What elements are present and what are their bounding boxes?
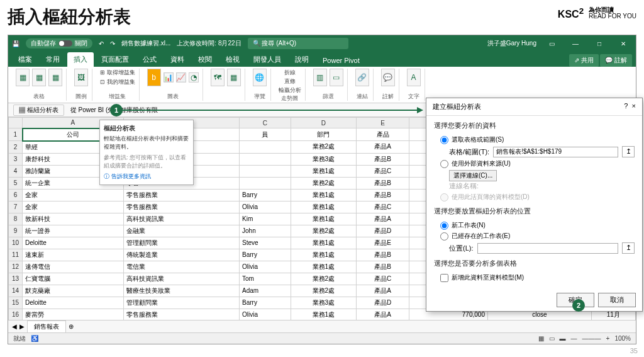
tab-layout[interactable]: 頁面配置 bbox=[95, 52, 135, 67]
row-header[interactable]: 15 bbox=[9, 297, 23, 309]
opt-new-sheet[interactable]: 新工作表(N) bbox=[440, 221, 635, 230]
pictures-icon[interactable]: 🖼 bbox=[74, 69, 88, 86]
cell[interactable] bbox=[240, 153, 291, 165]
sheet-nav-icon[interactable]: ◀ bbox=[12, 323, 17, 330]
tell-me-more-link[interactable]: ⓘ 告訴我更多資訊 bbox=[104, 173, 189, 181]
cell[interactable]: 默克藥廠 bbox=[23, 285, 124, 297]
cell[interactable]: 高科技資訊業 bbox=[123, 213, 239, 225]
zoom-in-icon[interactable]: + bbox=[606, 335, 610, 342]
cell[interactable]: 業務2處 bbox=[291, 273, 356, 285]
tab-developer[interactable]: 開發人員 bbox=[247, 52, 287, 67]
cell[interactable]: 高科技資訊業 bbox=[123, 273, 239, 285]
row-header[interactable]: 13 bbox=[9, 273, 23, 285]
close-icon[interactable]: ✕ bbox=[614, 40, 632, 47]
row-header[interactable]: 10 bbox=[9, 237, 23, 249]
get-addins[interactable]: ⊞ 取得增益集 bbox=[100, 69, 135, 77]
row-header[interactable]: 16 bbox=[9, 309, 23, 320]
ribbon-mode-icon[interactable]: ▭ bbox=[543, 40, 560, 47]
row-header[interactable]: 2 bbox=[9, 141, 23, 154]
comments-button[interactable]: 💬 註解 bbox=[600, 54, 632, 67]
cell[interactable]: 業務2處 bbox=[291, 177, 356, 189]
cell[interactable]: 產品D bbox=[356, 297, 409, 309]
table-icon[interactable]: ▦ bbox=[48, 69, 62, 86]
cell[interactable]: 敦新科技 bbox=[23, 213, 124, 225]
cell[interactable]: 業務1處 bbox=[291, 261, 356, 273]
cell[interactable]: 產品B bbox=[356, 177, 409, 189]
opt-external[interactable]: 使用外部資料來源(U) bbox=[440, 159, 635, 168]
dialog-close-icon[interactable]: × bbox=[632, 102, 636, 110]
zoom-level[interactable]: 100% bbox=[614, 335, 631, 342]
cell[interactable]: Deloitte bbox=[23, 237, 124, 249]
cell[interactable]: Olivia bbox=[240, 201, 291, 213]
cell[interactable]: 全家 bbox=[23, 201, 124, 213]
cell[interactable]: 產品C bbox=[356, 201, 409, 213]
tab-view[interactable]: 檢視 bbox=[219, 52, 246, 67]
recommended-pivot-icon[interactable]: ▦ bbox=[32, 69, 46, 86]
chart-icon[interactable]: 📈 bbox=[176, 72, 186, 82]
row-header[interactable]: 6 bbox=[9, 189, 23, 201]
cell[interactable]: 業務3處 bbox=[291, 297, 356, 309]
cell[interactable]: Barry bbox=[240, 189, 291, 201]
row-header[interactable]: 11 bbox=[9, 249, 23, 261]
tab-powerpivot[interactable]: Power Pivot bbox=[316, 54, 366, 67]
cell[interactable]: 產品E bbox=[356, 237, 409, 249]
bing-icon[interactable]: b bbox=[147, 69, 161, 86]
link-icon[interactable]: 🔗 bbox=[355, 69, 369, 86]
view-normal-icon[interactable]: ▦ bbox=[538, 335, 544, 342]
cell[interactable]: 產品B bbox=[356, 153, 409, 165]
cell[interactable]: Olivia bbox=[240, 309, 291, 320]
accessibility-icon[interactable]: ♿ bbox=[31, 335, 38, 342]
map-icon[interactable]: 🗺 bbox=[211, 69, 225, 86]
cell[interactable]: 管理顧問業 bbox=[123, 297, 239, 309]
cell[interactable]: 員 bbox=[240, 128, 291, 141]
cell[interactable]: 產品C bbox=[356, 273, 409, 285]
row-header[interactable]: 7 bbox=[9, 201, 23, 213]
cell[interactable]: 金融業 bbox=[123, 225, 239, 237]
text-icon[interactable]: A bbox=[407, 69, 421, 86]
chart-icon[interactable]: ◔ bbox=[189, 72, 199, 82]
opt-select-range[interactable]: 選取表格或範圍(S) bbox=[440, 135, 635, 144]
cell[interactable]: 麥當勞 bbox=[23, 309, 124, 320]
undo-icon[interactable]: ↶ bbox=[99, 40, 104, 47]
cell[interactable] bbox=[240, 177, 291, 189]
cell[interactable]: 產品B bbox=[356, 189, 409, 201]
col-header[interactable] bbox=[9, 118, 23, 128]
view-break-icon[interactable]: ▬ bbox=[560, 335, 566, 342]
sparkline-column[interactable]: 直條 bbox=[284, 77, 296, 86]
sheet-nav-icon[interactable]: ▶ bbox=[19, 323, 25, 330]
cell[interactable]: 傳統製造業 bbox=[123, 249, 239, 261]
cell[interactable]: 業務1處 bbox=[291, 309, 356, 320]
cell[interactable]: Deloitte bbox=[23, 297, 124, 309]
cell[interactable]: 業務1處 bbox=[291, 165, 356, 177]
row-header[interactable]: 4 bbox=[9, 165, 23, 177]
cell[interactable] bbox=[240, 141, 291, 154]
pivottable-button[interactable]: ▦ 樞紐分析表 bbox=[13, 105, 64, 116]
cell[interactable]: 業務1處 bbox=[291, 249, 356, 261]
cell[interactable]: Barry bbox=[240, 297, 291, 309]
row-header[interactable]: 8 bbox=[9, 213, 23, 225]
user-name[interactable]: 洪子盛Gary Hung bbox=[487, 39, 536, 48]
cell[interactable]: 零售服務業 bbox=[123, 201, 239, 213]
tab-file[interactable]: 檔案 bbox=[12, 52, 38, 67]
row-header[interactable]: 14 bbox=[9, 285, 23, 297]
cell[interactable]: 產品A bbox=[356, 213, 409, 225]
cell[interactable]: 仁寶電腦 bbox=[23, 273, 124, 285]
3dmap-icon[interactable]: 🌐 bbox=[253, 69, 267, 86]
range-input[interactable] bbox=[493, 147, 618, 157]
cell[interactable]: 醫療生技美妝業 bbox=[123, 285, 239, 297]
tab-home[interactable]: 常用 bbox=[40, 52, 66, 67]
tab-formulas[interactable]: 公式 bbox=[136, 52, 163, 67]
cell[interactable]: 零售服務業 bbox=[123, 189, 239, 201]
cell[interactable]: 電信業 bbox=[123, 261, 239, 273]
cell[interactable]: 產品B bbox=[356, 261, 409, 273]
autosave-toggle[interactable]: 自動儲存關閉 bbox=[26, 38, 92, 48]
cell[interactable]: 產品D bbox=[356, 225, 409, 237]
tab-insert[interactable]: 插入 bbox=[67, 52, 94, 67]
cell[interactable]: Tom bbox=[240, 273, 291, 285]
location-input[interactable] bbox=[477, 243, 619, 254]
collapse-icon[interactable]: ↥ bbox=[622, 242, 635, 254]
cell[interactable]: 業務2處 bbox=[291, 225, 356, 237]
cell[interactable]: 產品A bbox=[356, 141, 409, 154]
search-box[interactable]: 🔍 搜尋 (Alt+Q) bbox=[248, 38, 348, 49]
collapse-icon[interactable]: ↥ bbox=[622, 146, 635, 157]
